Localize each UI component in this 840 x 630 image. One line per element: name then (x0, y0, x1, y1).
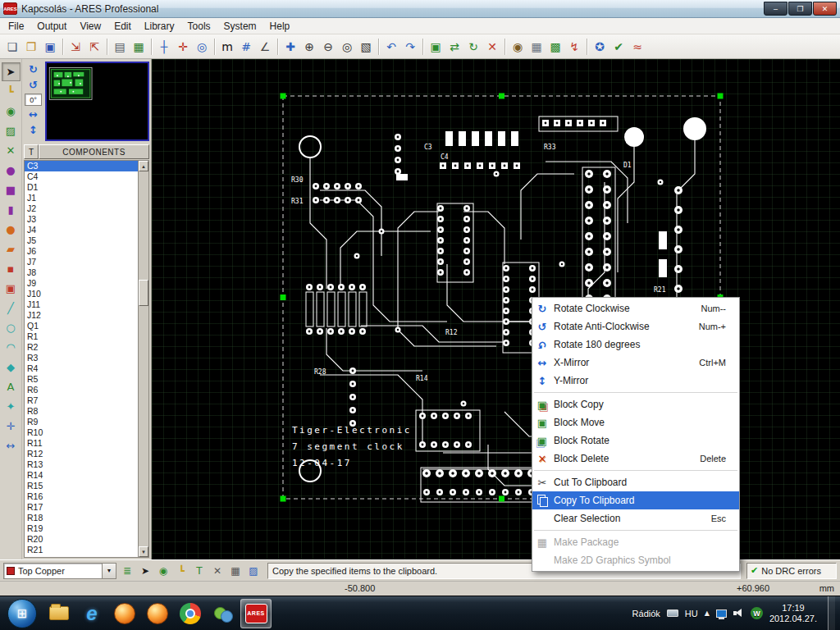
component-item[interactable]: D1 (25, 182, 138, 193)
scroll-down-button[interactable] (139, 546, 148, 557)
2d-symbol-mode-button[interactable]: ✦ (2, 397, 21, 416)
polar-coordinates-button[interactable]: ∠ (256, 38, 274, 56)
menu-item-help[interactable]: Help (263, 19, 297, 34)
smt-round-pad-mode-button[interactable]: ● (2, 220, 21, 239)
dil-pad-mode-button[interactable]: ▮ (2, 200, 21, 219)
connectivity-check-button[interactable]: ≈ (628, 38, 646, 56)
component-item[interactable]: C3 (25, 161, 138, 171)
mark-output-area-button[interactable]: ▦ (130, 38, 148, 56)
close-button[interactable]: ✕ (813, 2, 837, 16)
component-item[interactable]: Q1 (25, 321, 138, 331)
context-menu-item-block-copy[interactable]: Block Copy (532, 395, 739, 413)
smt-rect-pad-mode-button[interactable]: ▪ (2, 259, 21, 278)
component-item[interactable]: R8 (25, 406, 138, 417)
component-item[interactable]: R11 (25, 438, 138, 449)
redo-button[interactable]: ↷ (401, 38, 419, 56)
show-desktop-button[interactable] (828, 596, 835, 630)
filter-via-button[interactable]: ◉ (155, 563, 171, 579)
print-layout-button[interactable]: ▤ (111, 38, 129, 56)
component-item[interactable]: R18 (25, 513, 138, 523)
block-copy-button[interactable]: ▣ (427, 38, 445, 56)
filter-text-button[interactable]: T (191, 563, 208, 579)
zoom-area-button[interactable]: ▧ (357, 38, 375, 56)
taskbar-app-internet-explorer[interactable] (76, 599, 107, 628)
minimize-button[interactable]: – (764, 2, 788, 16)
taskbar-app-explorer[interactable] (43, 599, 75, 628)
export-section-button[interactable]: ⇱ (85, 38, 103, 56)
component-item[interactable]: R21 (25, 545, 138, 555)
design-rule-check-button[interactable]: ✔ (609, 38, 628, 56)
pick-parts-button[interactable]: ◉ (509, 38, 527, 56)
component-item[interactable]: J12 (25, 310, 138, 321)
menu-item-edit[interactable]: Edit (107, 19, 138, 34)
input-language-indicator[interactable]: HU (685, 609, 698, 619)
2d-circle-mode-button[interactable]: ○ (2, 318, 21, 337)
mirror-x-button[interactable]: ↔ (25, 107, 42, 122)
scroll-up-button[interactable] (139, 161, 148, 171)
toggle-selector-button[interactable]: T (24, 144, 39, 159)
component-item[interactable]: J2 (25, 203, 138, 214)
component-item[interactable]: R5 (25, 374, 138, 385)
taskbar-app-chrome[interactable] (175, 599, 206, 628)
mirror-y-button[interactable]: ↕ (25, 122, 42, 138)
layer-dropdown-arrow-icon[interactable] (102, 564, 116, 578)
rotate-anticlockwise-button[interactable]: ↺ (25, 77, 42, 93)
component-item[interactable]: R12 (25, 449, 138, 459)
component-item[interactable]: R6 (25, 385, 138, 395)
context-menu-item-cut-to-clipboard[interactable]: Cut To Clipboard (532, 473, 739, 491)
component-item[interactable]: R7 (25, 395, 138, 406)
round-pad-mode-button[interactable]: ● (2, 161, 21, 180)
make-package-button[interactable]: ▦ (527, 38, 546, 56)
snap-grid-button[interactable]: # (237, 38, 255, 56)
component-item[interactable]: R13 (25, 459, 138, 470)
block-rotate-button[interactable]: ↻ (464, 38, 482, 56)
new-layout-button[interactable]: ❏ (3, 38, 21, 56)
taskbar-app-ares[interactable]: ARES (240, 599, 272, 628)
zoom-in-button[interactable]: ⊕ (300, 38, 318, 56)
filter-trace-button[interactable]: ┗ (173, 563, 189, 579)
component-item[interactable]: R14 (25, 470, 138, 481)
context-menu-item-block-move[interactable]: Block Move (532, 413, 739, 431)
component-item[interactable]: R3 (25, 353, 138, 363)
taskbar-app-firefox[interactable] (109, 599, 140, 628)
open-layout-button[interactable]: ❐ (22, 38, 40, 56)
block-move-button[interactable]: ⇄ (445, 38, 463, 56)
padstack-mode-button[interactable]: ▣ (2, 279, 21, 298)
component-item[interactable]: J6 (25, 246, 138, 257)
component-item[interactable]: R2 (25, 342, 138, 353)
component-item[interactable]: J3 (25, 214, 138, 225)
2d-line-mode-button[interactable]: ╱ (2, 299, 21, 317)
dimension-mode-button[interactable]: ↔ (2, 436, 21, 455)
maximize-button[interactable]: ❐ (788, 2, 812, 16)
context-menu-item-copy-to-clipboard[interactable]: Copy To Clipboard (532, 491, 739, 509)
layer-flip-button[interactable]: ≣ (119, 563, 135, 579)
component-item[interactable]: J1 (25, 193, 138, 203)
zoom-out-button[interactable]: ⊖ (319, 38, 337, 56)
start-button[interactable] (7, 599, 37, 628)
menu-item-tools[interactable]: Tools (181, 19, 217, 34)
context-menu-item-block-delete[interactable]: Block DeleteDelete (532, 450, 739, 468)
component-item[interactable]: J5 (25, 235, 138, 246)
menu-item-file[interactable]: File (2, 19, 30, 34)
import-section-button[interactable]: ⇲ (66, 38, 84, 56)
context-menu-item-rotate-anti-clockwise[interactable]: Rotate Anti-ClockwiseNum-+ (532, 317, 739, 336)
component-item[interactable]: C4 (25, 171, 138, 182)
context-menu-item-clear-selection[interactable]: Clear SelectionEsc (532, 509, 739, 527)
components-scrollbar[interactable] (138, 161, 148, 557)
filter-graphics-button[interactable]: ▦ (227, 563, 244, 579)
smt-oval-pad-mode-button[interactable]: ▰ (2, 240, 21, 258)
2d-path-mode-button[interactable]: ◆ (2, 358, 21, 377)
block-delete-button[interactable]: ✕ (483, 38, 501, 56)
via-mode-button[interactable]: ◉ (2, 102, 21, 121)
search-and-tag-button[interactable]: ✪ (591, 38, 609, 56)
component-item[interactable]: R1 (25, 331, 138, 342)
menu-item-library[interactable]: Library (138, 19, 181, 34)
tray-toolbar-label[interactable]: Rádiók (632, 609, 660, 619)
goto-position-button[interactable]: ◎ (193, 38, 211, 56)
component-item[interactable]: R10 (25, 427, 138, 438)
component-item[interactable]: R16 (25, 491, 138, 502)
component-item[interactable]: J11 (25, 299, 138, 310)
taskbar-app-firefox-2[interactable] (142, 599, 173, 628)
component-item[interactable]: J7 (25, 257, 138, 267)
keyboard-icon[interactable] (667, 609, 678, 617)
